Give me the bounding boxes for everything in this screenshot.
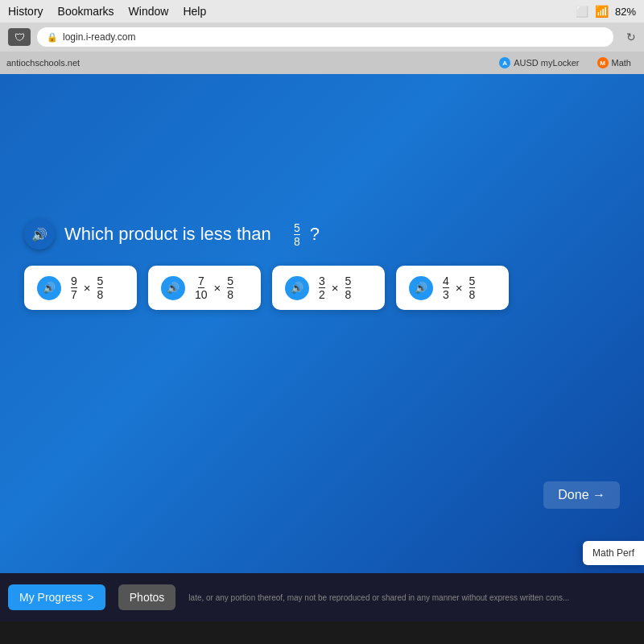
choice-1-expr: 9 7 × 5 8 (69, 275, 105, 300)
choice-4-card[interactable]: 🔊 4 3 × 5 8 (396, 266, 509, 310)
question-row: 🔊 Which product is less than 5 8 ? (24, 219, 620, 250)
choice-1-num2: 5 (97, 275, 104, 288)
choice-2-speaker-button[interactable]: 🔊 (161, 276, 185, 300)
tab-ausd[interactable]: A AUSD myLocker (493, 56, 585, 70)
choice-3-times: × (332, 281, 339, 295)
address-bar[interactable]: 🔒 login.i-ready.com (37, 27, 613, 47)
menu-help[interactable]: Help (183, 5, 206, 18)
choice-1-num1: 9 (71, 275, 77, 288)
tab-math[interactable]: M Math (591, 56, 638, 70)
choice-2-den2: 8 (227, 288, 233, 300)
question-fraction-num: 5 (294, 222, 300, 235)
choice-3-card[interactable]: 🔊 3 2 × 5 8 (272, 266, 385, 310)
menu-bookmarks[interactable]: Bookmarks (58, 5, 114, 18)
shield-button[interactable]: 🛡 (8, 28, 31, 46)
choice-1-speaker-icon: 🔊 (43, 282, 56, 294)
tab-math-label: Math (612, 58, 631, 68)
choice-3-speaker-icon: 🔊 (291, 282, 303, 294)
choice-3-num2: 5 (345, 275, 352, 288)
my-progress-button[interactable]: My Progress > (8, 584, 105, 610)
choice-2-frac2: 5 8 (227, 275, 233, 300)
choice-3-frac2: 5 8 (345, 275, 352, 300)
battery-label: 82% (615, 6, 636, 18)
choice-4-den1: 3 (443, 288, 449, 300)
question-fraction-den: 8 (294, 235, 300, 247)
choices-row: 🔊 9 7 × 5 8 🔊 (24, 266, 620, 310)
menu-window[interactable]: Window (129, 5, 169, 18)
tab-antioch[interactable]: antiochschools.net (6, 58, 80, 68)
tabs-bar: antiochschools.net A AUSD myLocker M Mat… (0, 52, 644, 74)
main-content: 🔊 Which product is less than 5 8 ? 🔊 (0, 74, 644, 573)
choice-1-den2: 8 (97, 288, 104, 300)
choice-2-frac1: 7 10 (195, 275, 208, 300)
choice-2-expr: 7 10 × 5 8 (193, 275, 235, 300)
choice-1-card[interactable]: 🔊 9 7 × 5 8 (24, 266, 137, 310)
speaker-icon: 🔊 (31, 227, 47, 242)
math-perf-panel: Math Perf (583, 541, 644, 565)
question-fraction: 5 8 (294, 222, 300, 247)
menu-history[interactable]: History (8, 5, 43, 18)
choice-4-den2: 8 (469, 288, 476, 300)
choice-1-den1: 7 (71, 288, 77, 300)
choice-1-speaker-button[interactable]: 🔊 (37, 276, 61, 300)
choice-4-expr: 4 3 × 5 8 (441, 275, 477, 300)
refresh-button[interactable]: ↻ (626, 31, 636, 43)
math-perf-label: Math Perf (592, 547, 634, 559)
menu-bar-right: ⬜ 📶 82% (576, 5, 636, 18)
choice-4-num1: 4 (443, 275, 449, 288)
choice-2-card[interactable]: 🔊 7 10 × 5 8 (148, 266, 261, 310)
choice-3-den2: 8 (345, 288, 352, 300)
question-text-after: ? (310, 224, 320, 245)
choice-3-expr: 3 2 × 5 8 (317, 275, 353, 300)
choice-4-num2: 5 (469, 275, 476, 288)
tab-ausd-icon: A (499, 57, 510, 68)
done-button[interactable]: Done → (543, 481, 620, 509)
question-speaker-button[interactable]: 🔊 (24, 219, 55, 250)
choice-4-frac2: 5 8 (469, 275, 476, 300)
browser-chrome: 🛡 🔒 login.i-ready.com ↻ (0, 23, 644, 52)
bottom-bar: My Progress > Photos late, or any portio… (0, 573, 644, 621)
choice-4-speaker-icon: 🔊 (415, 282, 427, 294)
airplay-icon: ⬜ (576, 6, 588, 18)
choice-3-den1: 2 (319, 288, 325, 300)
choice-4-times: × (456, 281, 463, 295)
choice-1-frac2: 5 8 (97, 275, 104, 300)
choice-3-speaker-button[interactable]: 🔊 (285, 276, 309, 300)
photos-button[interactable]: Photos (118, 584, 176, 610)
choice-3-frac1: 3 2 (319, 275, 325, 300)
bottom-disclaimer: late, or any portion thereof, may not be… (188, 593, 636, 602)
wifi-icon: 📶 (595, 5, 609, 18)
tab-ausd-label: AUSD myLocker (514, 58, 579, 68)
url-text: login.i-ready.com (63, 31, 135, 43)
menu-bar: History Bookmarks Window Help ⬜ 📶 82% (0, 0, 644, 23)
my-progress-label: My Progress (19, 591, 83, 604)
choice-2-speaker-icon: 🔊 (167, 282, 180, 294)
choice-3-num1: 3 (319, 275, 325, 288)
question-container: 🔊 Which product is less than 5 8 ? 🔊 (24, 219, 620, 310)
choice-2-num2: 5 (227, 275, 233, 288)
choice-2-times: × (214, 281, 221, 295)
choice-4-frac1: 4 3 (443, 275, 449, 300)
choice-1-times: × (84, 281, 91, 295)
choice-1-frac1: 9 7 (71, 275, 77, 300)
tab-math-icon: M (597, 57, 609, 68)
question-text-before: Which product is less than (64, 224, 271, 245)
chevron-right-icon: > (88, 591, 94, 604)
choice-2-den1: 10 (195, 288, 208, 300)
choice-4-speaker-button[interactable]: 🔊 (409, 276, 433, 300)
question-text: Which product is less than 5 8 ? (64, 222, 320, 247)
lock-icon: 🔒 (47, 32, 58, 43)
choice-2-num1: 7 (198, 275, 204, 288)
shield-icon: 🛡 (14, 31, 25, 43)
